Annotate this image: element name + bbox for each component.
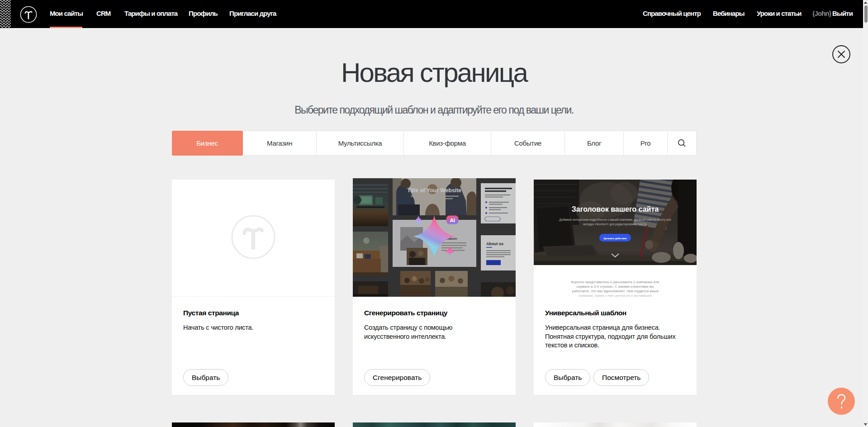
svg-text:AI: AI [450,218,455,223]
svg-text:Целевое действие: Целевое действие [603,237,626,240]
svg-text:команда, какие у нее ценности: команда, какие у нее ценности и мотиваци… [579,294,651,297]
svg-text:вкладка «Контент» для редактир: вкладка «Контент» для редактирования тек… [583,223,647,226]
svg-text:Коротко представьтесь и расска: Коротко представьтесь и расскажите о ком… [571,280,659,284]
svg-text:сервисе в 3-4 строках. С каким: сервисе в 3-4 строках. С какими клиентам… [576,285,654,289]
svg-text:Добавьте интересные подробност: Добавьте интересные подробности о вашей … [560,218,671,222]
svg-text:Заголовок вашего сайта: Заголовок вашего сайта [572,205,659,213]
svg-text:работаете, что вас вдохновляет: работаете, что вас вдохновляет. Чем горд… [572,289,659,293]
